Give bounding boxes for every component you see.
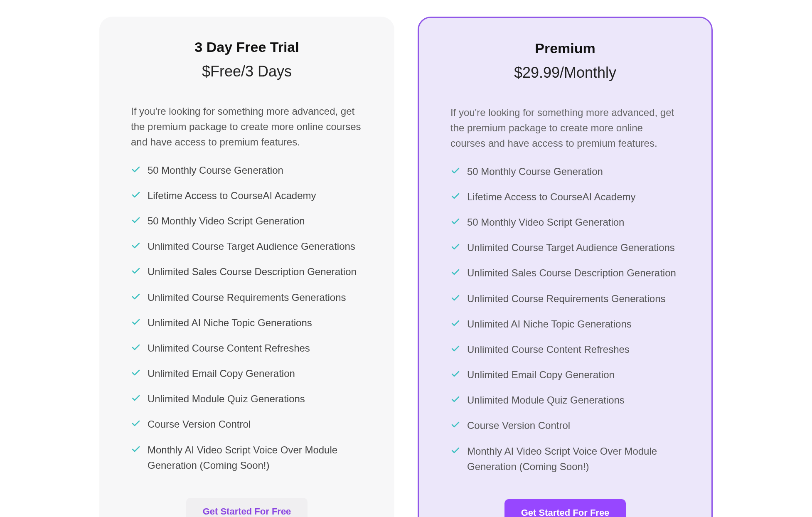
feature-text: Unlimited Course Target Audience Generat… (467, 240, 675, 255)
check-icon (450, 217, 460, 226)
feature-item: Unlimited Sales Course Description Gener… (450, 260, 680, 286)
plan-card-free-trial: 3 Day Free Trial $Free/3 Days If you're … (99, 17, 394, 517)
feature-item: Course Version Control (131, 411, 363, 437)
feature-text: 50 Monthly Course Generation (148, 162, 283, 178)
feature-item: Unlimited Course Content Refreshes (450, 337, 680, 362)
check-icon (131, 393, 141, 403)
feature-text: 50 Monthly Video Script Generation (467, 214, 624, 230)
get-started-premium-button[interactable]: Get Started For Free (504, 499, 626, 517)
plan-price: $Free/3 Days (124, 63, 369, 80)
check-icon (131, 190, 141, 200)
feature-text: Unlimited Course Requirements Generation… (467, 291, 666, 306)
check-icon (450, 344, 460, 354)
feature-item: Unlimited AI Niche Topic Generations (131, 310, 363, 335)
check-icon (131, 444, 141, 454)
plan-card-premium: Premium $29.99/Monthly If you're looking… (418, 17, 713, 517)
check-icon (131, 292, 141, 302)
feature-item: Course Version Control (450, 413, 680, 438)
feature-text: Unlimited Module Quiz Generations (148, 391, 305, 406)
feature-text: Lifetime Access to CourseAI Academy (148, 188, 316, 203)
check-icon (450, 420, 460, 430)
feature-list: 50 Monthly Course Generation Lifetime Ac… (131, 158, 363, 478)
check-icon (450, 293, 460, 303)
check-icon (131, 342, 141, 352)
check-icon (450, 191, 460, 201)
check-icon (450, 267, 460, 277)
check-icon (450, 394, 460, 404)
feature-text: Unlimited Email Copy Generation (148, 366, 295, 381)
check-icon (131, 215, 141, 225)
feature-item: Unlimited Email Copy Generation (131, 361, 363, 386)
feature-item: Lifetime Access to CourseAI Academy (131, 183, 363, 208)
plan-title: 3 Day Free Trial (124, 39, 369, 55)
feature-text: Unlimited AI Niche Topic Generations (467, 316, 632, 332)
feature-text: Unlimited Course Content Refreshes (467, 342, 630, 357)
feature-text: Unlimited Module Quiz Generations (467, 392, 625, 408)
feature-text: Lifetime Access to CourseAI Academy (467, 189, 636, 204)
plan-title: Premium (444, 40, 687, 57)
feature-text: Monthly AI Video Script Voice Over Modul… (148, 442, 363, 473)
check-icon (131, 368, 141, 378)
feature-item: Unlimited Course Requirements Generation… (131, 285, 363, 310)
feature-text: Monthly AI Video Script Voice Over Modul… (467, 443, 680, 474)
feature-item: Unlimited Course Target Audience Generat… (131, 234, 363, 259)
check-icon (450, 446, 460, 455)
pricing-container: 3 Day Free Trial $Free/3 Days If you're … (0, 17, 812, 517)
check-icon (131, 165, 141, 175)
check-icon (131, 241, 141, 251)
check-icon (450, 318, 460, 328)
feature-text: Course Version Control (148, 416, 251, 432)
plan-price: $29.99/Monthly (444, 64, 687, 81)
feature-item: 50 Monthly Video Script Generation (131, 208, 363, 234)
feature-text: Unlimited Course Requirements Generation… (148, 290, 346, 305)
feature-text: 50 Monthly Video Script Generation (148, 213, 305, 229)
check-icon (131, 317, 141, 327)
get-started-free-button[interactable]: Get Started For Free (186, 498, 308, 517)
feature-item: Unlimited AI Niche Topic Generations (450, 311, 680, 337)
plan-description: If you're looking for something more adv… (131, 103, 363, 150)
check-icon (450, 242, 460, 252)
feature-text: 50 Monthly Course Generation (467, 164, 603, 179)
feature-item: Monthly AI Video Script Voice Over Modul… (131, 437, 363, 478)
feature-item: Unlimited Module Quiz Generations (131, 386, 363, 411)
feature-text: Course Version Control (467, 418, 570, 433)
feature-text: Unlimited Course Content Refreshes (148, 340, 310, 356)
feature-text: Unlimited Course Target Audience Generat… (148, 239, 355, 254)
check-icon (450, 166, 460, 176)
cta-wrap: Get Started For Free (444, 499, 687, 517)
feature-text: Unlimited Email Copy Generation (467, 367, 615, 382)
cta-wrap: Get Started For Free (124, 498, 369, 517)
feature-item: Unlimited Sales Course Description Gener… (131, 259, 363, 284)
feature-item: 50 Monthly Video Script Generation (450, 209, 680, 235)
feature-text: Unlimited Sales Course Description Gener… (148, 264, 357, 279)
feature-item: Unlimited Course Target Audience Generat… (450, 235, 680, 260)
feature-item: 50 Monthly Course Generation (131, 158, 363, 183)
feature-item: Monthly AI Video Script Voice Over Modul… (450, 438, 680, 479)
feature-list: 50 Monthly Course Generation Lifetime Ac… (450, 159, 680, 479)
plan-description: If you're looking for something more adv… (450, 105, 680, 151)
feature-item: Unlimited Email Copy Generation (450, 362, 680, 387)
feature-item: Lifetime Access to CourseAI Academy (450, 184, 680, 209)
feature-item: Unlimited Course Content Refreshes (131, 335, 363, 361)
feature-text: Unlimited Sales Course Description Gener… (467, 265, 676, 281)
feature-item: Unlimited Module Quiz Generations (450, 387, 680, 413)
check-icon (131, 419, 141, 428)
feature-item: 50 Monthly Course Generation (450, 159, 680, 184)
feature-text: Unlimited AI Niche Topic Generations (148, 315, 312, 330)
feature-item: Unlimited Course Requirements Generation… (450, 286, 680, 311)
check-icon (131, 266, 141, 276)
check-icon (450, 369, 460, 379)
